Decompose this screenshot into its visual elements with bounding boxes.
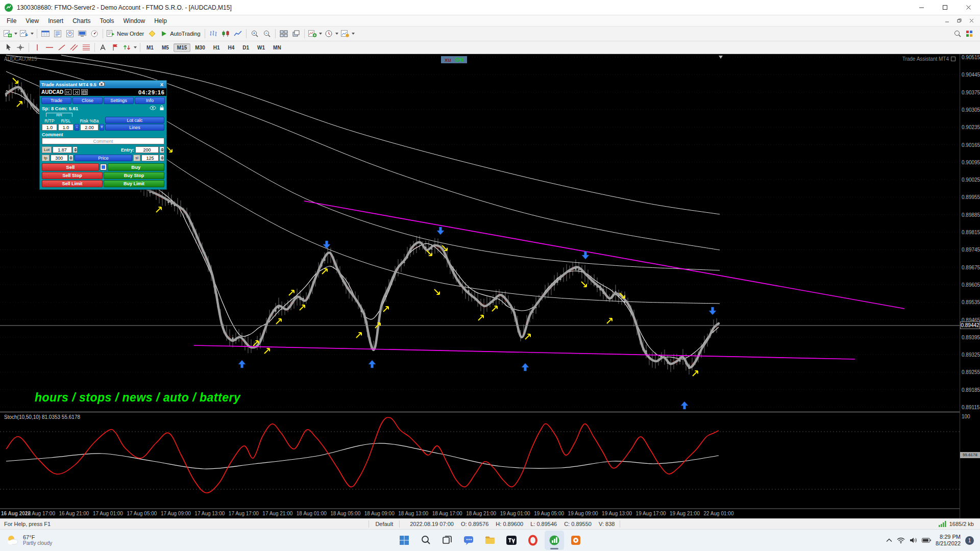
yellow-buy-arrow[interactable] (289, 290, 294, 295)
chart-line-button[interactable] (232, 28, 244, 39)
blue-buy-arrow[interactable] (681, 402, 688, 409)
zoom-in-button[interactable] (249, 28, 261, 39)
yellow-sell-arrow[interactable] (13, 78, 18, 83)
data-window-button[interactable] (52, 28, 64, 39)
timeframe-m30[interactable]: M30 (191, 43, 208, 52)
tab-info[interactable]: Info (135, 97, 165, 104)
entry-input[interactable] (135, 146, 159, 153)
yellow-buy-arrow[interactable] (264, 348, 270, 354)
taskbar-tradingview-icon[interactable] (502, 531, 521, 550)
chart-restore-button[interactable] (953, 17, 965, 25)
menu-insert[interactable]: Insert (43, 16, 68, 26)
timeframe-m1[interactable]: M1 (143, 43, 157, 52)
panel-close-button[interactable]: X (159, 82, 165, 87)
minimize-button[interactable] (910, 0, 933, 15)
sync-checkbox[interactable] (100, 164, 107, 170)
xu-on-badge[interactable]: xu ON (441, 56, 467, 63)
timeframe-mn[interactable]: MN (270, 43, 285, 52)
lot-calc-button[interactable]: Lot calc (105, 117, 164, 123)
yellow-buy-arrow[interactable] (322, 269, 327, 274)
timeframe-m5[interactable]: M5 (158, 43, 173, 52)
cascade-windows-button[interactable] (290, 28, 302, 39)
menu-charts[interactable]: Charts (68, 16, 95, 26)
search-button[interactable] (951, 28, 964, 39)
blue-sell-arrow[interactable] (437, 227, 444, 235)
lot-spinner[interactable] (73, 146, 78, 153)
taskbar-chat-icon[interactable] (459, 531, 478, 550)
trade-assistant-panel[interactable]: Trade Assistant MT4 9.5 X AUDCAD 04:29:1… (39, 80, 167, 190)
tile-windows-button[interactable] (278, 28, 290, 39)
next-symbol-button[interactable] (73, 89, 80, 95)
symbol-selector[interactable]: AUDCAD (41, 89, 63, 95)
trendline-button[interactable] (56, 42, 68, 53)
entry-spinner[interactable] (160, 146, 164, 153)
tab-close[interactable]: Close (72, 97, 103, 104)
yellow-buy-arrow[interactable] (156, 207, 161, 212)
lot-input[interactable] (53, 146, 72, 153)
sell-stop-button[interactable]: Sell Stop (42, 172, 103, 179)
fibonacci-button[interactable] (80, 42, 92, 53)
chart-bars-button[interactable] (207, 28, 219, 39)
lines-button[interactable]: Lines (105, 124, 164, 131)
stochastic-chart[interactable] (0, 413, 960, 508)
yellow-sell-arrow[interactable] (427, 251, 432, 256)
timeframe-h4[interactable]: H4 (225, 43, 238, 52)
menu-file[interactable]: File (2, 16, 21, 26)
menu-help[interactable]: Help (150, 16, 172, 26)
arrow-flag-button[interactable] (109, 42, 121, 53)
horizontal-line-button[interactable] (43, 42, 56, 53)
yellow-buy-arrow[interactable] (492, 306, 497, 311)
blue-sell-arrow[interactable] (582, 252, 589, 259)
risk-plus-button[interactable]: + (100, 124, 104, 131)
price-button[interactable]: Price (75, 155, 133, 161)
volume-icon[interactable] (910, 537, 917, 543)
connection-status[interactable]: 1685/2 kb (939, 521, 976, 527)
timeframe-h1[interactable]: H1 (210, 43, 224, 52)
indicators-button[interactable] (307, 28, 323, 39)
watermark-box-icon[interactable] (951, 57, 955, 61)
risk-minus-button[interactable]: - (75, 124, 79, 131)
taskbar-metatrader-icon[interactable] (545, 531, 564, 550)
timeframe-m15[interactable]: M15 (174, 43, 190, 52)
rsl-input[interactable] (58, 124, 74, 131)
yellow-sell-arrow[interactable] (581, 282, 586, 287)
taskbar-opera-icon[interactable] (523, 531, 543, 550)
new-chart-button[interactable] (2, 28, 18, 39)
taskbar-clock[interactable]: 8:29 PM 8/21/2022 (936, 534, 961, 547)
prev-symbol-button[interactable] (65, 89, 71, 95)
timeframe-d1[interactable]: D1 (239, 43, 253, 52)
yellow-buy-arrow[interactable] (525, 334, 530, 339)
chart-close-button[interactable] (966, 17, 977, 25)
text-label-button[interactable] (97, 42, 109, 53)
styler-button[interactable] (964, 28, 976, 39)
tab-settings[interactable]: Settings (104, 97, 134, 104)
menu-window[interactable]: Window (119, 16, 150, 26)
comment-input[interactable] (42, 138, 164, 144)
camera-icon[interactable] (99, 82, 105, 87)
yellow-buy-arrow[interactable] (356, 333, 361, 338)
tp-spinner[interactable] (69, 155, 74, 161)
lock-icon[interactable] (159, 105, 164, 112)
buy-stop-button[interactable]: Buy Stop (104, 172, 164, 179)
strategy-tester-button[interactable] (88, 28, 101, 39)
taskbar-start-icon[interactable] (395, 531, 414, 550)
taskbar-file-explorer-icon[interactable] (480, 531, 500, 550)
equidistant-channel-button[interactable] (68, 42, 80, 53)
sl-spinner[interactable] (160, 155, 164, 161)
taskbar-media-player-icon[interactable] (566, 531, 585, 550)
taskbar-task-view-icon[interactable] (437, 531, 457, 550)
chart-minimize-button[interactable] (941, 17, 952, 25)
chart-candles-button[interactable] (219, 28, 232, 39)
notification-badge[interactable]: 1 (965, 536, 974, 545)
profile-selector[interactable]: Default (369, 520, 400, 528)
yellow-buy-arrow[interactable] (300, 305, 305, 310)
yellow-buy-arrow[interactable] (383, 307, 388, 312)
tab-trade[interactable]: Trade (41, 97, 71, 104)
hidden-icons-chevron[interactable] (886, 538, 892, 542)
yellow-sell-arrow[interactable] (434, 289, 439, 294)
chart-profiles-button[interactable] (18, 28, 35, 39)
yellow-sell-arrow[interactable] (167, 147, 172, 152)
risk-input[interactable] (80, 124, 99, 131)
metaeditor-button[interactable] (146, 28, 158, 39)
buy-limit-button[interactable]: Buy Limit (104, 180, 164, 187)
